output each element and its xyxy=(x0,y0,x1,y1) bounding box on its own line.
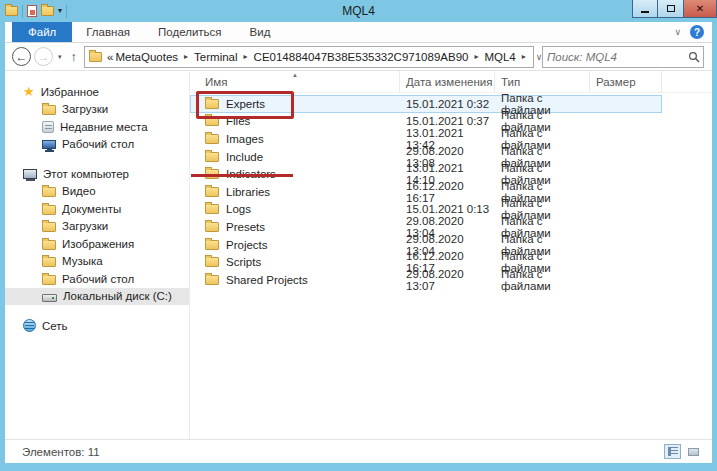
column-header-type[interactable]: Тип xyxy=(495,71,590,92)
sidebar-item-downloads-pc[interactable]: Загрузки xyxy=(5,218,189,236)
new-folder-icon[interactable] xyxy=(41,6,54,16)
properties-icon[interactable] xyxy=(27,5,37,17)
breadcrumb-separator-icon: ▸ xyxy=(518,52,530,61)
customize-quick-access-chevron-icon[interactable]: ▾ xyxy=(58,6,62,16)
breadcrumb-collapsed[interactable]: « xyxy=(107,51,113,63)
recent-places-icon xyxy=(42,121,54,133)
sidebar-section-this-pc[interactable]: Этот компьютер xyxy=(5,165,189,183)
address-bar[interactable]: « MetaQuotes ▸ Terminal ▸ CE014884047B38… xyxy=(84,46,534,68)
search-icon[interactable] xyxy=(685,51,703,63)
folder-icon xyxy=(205,187,219,197)
sidebar-item-music[interactable]: Музыка xyxy=(5,253,189,271)
file-date: 29.08.2020 13:07 xyxy=(400,268,495,292)
file-name: Libraries xyxy=(226,186,270,198)
breadcrumb-separator-icon: ▸ xyxy=(180,52,192,61)
search-box[interactable] xyxy=(542,46,704,68)
file-date: 15.01.2021 0:37 xyxy=(400,115,495,127)
desktop-icon xyxy=(42,140,56,149)
breadcrumb-terminal[interactable]: Terminal xyxy=(194,51,237,63)
sidebar-label: Недавние места xyxy=(60,121,148,133)
ribbon-right-controls: ∨ ? xyxy=(674,22,712,42)
file-name: Presets xyxy=(226,221,265,233)
expand-ribbon-chevron-icon[interactable]: ∨ xyxy=(674,27,681,37)
file-row-libraries[interactable]: Libraries 16.12.2020 16:17 Папка с файла… xyxy=(190,183,662,201)
history-chevron-icon[interactable]: ▾ xyxy=(56,53,64,61)
sidebar-label: Сеть xyxy=(42,320,68,332)
sidebar-label: Избранное xyxy=(41,86,99,98)
minimize-button[interactable] xyxy=(632,0,658,18)
sidebar-item-videos[interactable]: Видео xyxy=(5,183,189,201)
file-date: 16.12.2020 16:17 xyxy=(400,180,495,204)
window-controls: ✕ xyxy=(632,0,717,18)
folder-icon xyxy=(205,240,219,250)
column-header-size[interactable]: Размер xyxy=(590,71,662,92)
file-name: Images xyxy=(226,133,264,145)
folder-icon xyxy=(205,152,219,162)
file-name: Include xyxy=(226,151,263,163)
file-date: 15.01.2021 0:13 xyxy=(400,203,495,215)
back-button[interactable]: ← xyxy=(12,47,31,66)
sidebar-section-network[interactable]: Сеть xyxy=(5,317,189,335)
computer-icon xyxy=(23,169,37,179)
sidebar-item-pictures[interactable]: Изображения xyxy=(5,235,189,253)
folder-icon xyxy=(42,257,56,267)
sidebar-label: Загрузки xyxy=(62,103,108,115)
help-icon[interactable]: ? xyxy=(690,25,704,39)
folder-icon xyxy=(205,204,219,214)
breadcrumb-mql4[interactable]: MQL4 xyxy=(484,51,515,63)
sidebar-label: Музыка xyxy=(62,255,103,267)
tab-file[interactable]: Файл xyxy=(12,22,72,42)
folder-icon xyxy=(89,52,102,62)
breadcrumb-terminal-id[interactable]: CE014884047B38E535332C971089AB90 xyxy=(254,51,469,63)
sort-ascending-icon: ▲ xyxy=(292,72,298,78)
sidebar-item-local-disk-c[interactable]: Локальный диск (C:) xyxy=(5,288,189,306)
folder-icon xyxy=(205,134,219,144)
tab-home[interactable]: Главная xyxy=(72,22,144,42)
annotation-red-underline-indicators xyxy=(191,174,293,177)
ribbon-tabs: Файл Главная Поделиться Вид ∨ ? xyxy=(5,22,712,43)
tab-share[interactable]: Поделиться xyxy=(144,22,236,42)
folder-icon xyxy=(42,105,56,115)
folder-icon xyxy=(205,222,219,232)
forward-button[interactable]: → xyxy=(34,47,53,66)
breadcrumb-separator-icon: ▸ xyxy=(240,52,252,61)
file-name: Shared Projects xyxy=(226,274,308,286)
close-button[interactable]: ✕ xyxy=(684,0,717,18)
items-count: Элементов: 11 xyxy=(22,446,100,458)
breadcrumb-metaquotes[interactable]: MetaQuotes xyxy=(115,51,178,63)
file-date: 15.01.2021 0:32 xyxy=(400,98,495,110)
tab-view[interactable]: Вид xyxy=(236,22,285,42)
main-area: ★ Избранное Загрузки Недавние места Рабо… xyxy=(5,71,712,439)
details-view-button[interactable] xyxy=(664,444,681,459)
sidebar-item-downloads[interactable]: Загрузки xyxy=(5,101,189,119)
status-bar: Элементов: 11 xyxy=(5,439,712,463)
folder-icon xyxy=(42,275,56,285)
titlebar: ▾ MQL4 ✕ xyxy=(0,0,717,22)
separator xyxy=(22,5,23,18)
folder-icon xyxy=(42,205,56,215)
folder-icon xyxy=(42,222,56,232)
maximize-button[interactable] xyxy=(658,0,684,18)
sidebar-item-desktop[interactable]: Рабочий стол xyxy=(5,136,189,154)
column-headers: ▲ Имя Дата изменения Тип Размер xyxy=(190,71,712,93)
sidebar-item-desktop-pc[interactable]: Рабочий стол xyxy=(5,270,189,288)
file-name: Projects xyxy=(226,239,268,251)
column-header-date-modified[interactable]: Дата изменения xyxy=(400,71,495,92)
sidebar-section-favorites[interactable]: ★ Избранное xyxy=(5,83,189,101)
folder-icon xyxy=(205,257,219,267)
up-button[interactable]: ↑ xyxy=(67,49,82,64)
file-rows: Experts 15.01.2021 0:32 Папка с файлами … xyxy=(190,93,712,289)
thumbnails-view-button[interactable] xyxy=(685,444,702,459)
sidebar-label: Загрузки xyxy=(62,220,108,232)
quick-access-toolbar: ▾ xyxy=(5,5,67,18)
folder-icon xyxy=(42,187,56,197)
search-input[interactable] xyxy=(543,51,685,63)
sidebar-item-recent-places[interactable]: Недавние места xyxy=(5,118,189,136)
annotation-red-box-experts xyxy=(196,91,294,119)
sidebar-label: Изображения xyxy=(62,238,134,250)
details-view-icon xyxy=(668,447,678,456)
sidebar-label: Локальный диск (C:) xyxy=(63,290,172,302)
star-icon: ★ xyxy=(23,85,35,98)
sidebar-item-documents[interactable]: Документы xyxy=(5,200,189,218)
file-row-shared-projects[interactable]: Shared Projects 29.08.2020 13:07 Папка с… xyxy=(190,271,662,289)
